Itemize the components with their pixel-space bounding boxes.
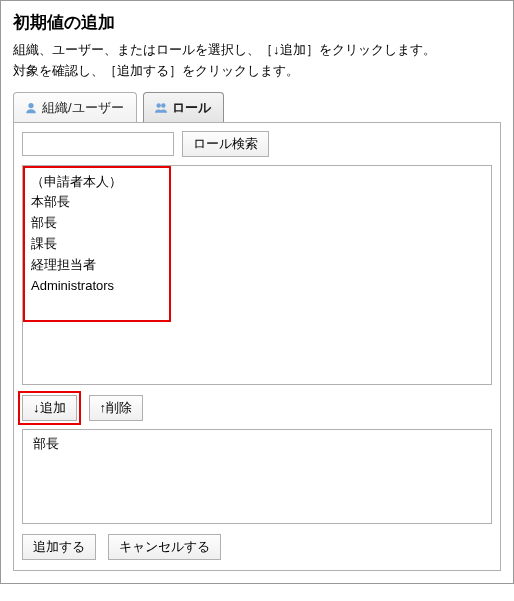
svg-point-0 [28,103,33,108]
svg-point-2 [161,103,165,107]
page-title: 初期値の追加 [13,11,501,34]
list-item[interactable]: 部長 [27,213,487,234]
footer-buttons: 追加する キャンセルする [22,534,492,560]
tab-role[interactable]: ロール [143,92,224,122]
selected-list[interactable]: 部長 [22,429,492,524]
list-item[interactable]: Administrators [27,276,487,297]
list-item[interactable]: 課長 [27,234,487,255]
list-item[interactable]: 経理担当者 [27,255,487,276]
tab-org-user[interactable]: 組織/ユーザー [13,92,137,122]
action-row: ↓追加 ↑削除 [22,395,492,421]
description-line2: 対象を確認し、［追加する］をクリックします。 [13,63,299,78]
role-search-button[interactable]: ロール検索 [182,131,269,157]
role-search-input[interactable] [22,132,174,156]
tab-row: 組織/ユーザー ロール [13,92,501,123]
main-panel: ロール検索 （申請者本人） 本部長 部長 課長 経理担当者 Administra… [13,123,501,571]
remove-button[interactable]: ↑削除 [89,395,144,421]
description-line1: 組織、ユーザー、またはロールを選択し、［↓追加］をクリックします。 [13,42,436,57]
svg-point-1 [156,103,160,107]
tab-org-user-label: 組織/ユーザー [42,99,124,117]
description: 組織、ユーザー、またはロールを選択し、［↓追加］をクリックします。 対象を確認し… [13,40,501,82]
list-item[interactable]: （申請者本人） [27,172,487,193]
list-item[interactable]: 本部長 [27,192,487,213]
list-item[interactable]: 部長 [29,434,485,455]
tab-role-label: ロール [172,99,211,117]
role-list[interactable]: （申請者本人） 本部長 部長 課長 経理担当者 Administrators [22,165,492,385]
users-icon [154,101,168,115]
submit-button[interactable]: 追加する [22,534,96,560]
add-button[interactable]: ↓追加 [22,395,77,421]
search-row: ロール検索 [22,131,492,157]
user-icon [24,101,38,115]
dialog-container: 初期値の追加 組織、ユーザー、またはロールを選択し、［↓追加］をクリックします。… [0,0,514,584]
cancel-button[interactable]: キャンセルする [108,534,221,560]
